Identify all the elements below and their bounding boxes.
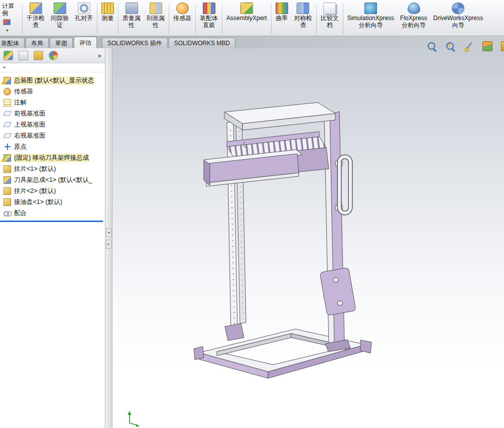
ribbon-button-label: 装配体 — [200, 15, 218, 22]
tree-item-right-plane[interactable]: 右视基准面 — [1, 130, 105, 141]
tree-item-label: 原点 — [14, 143, 27, 151]
zoom-fit-icon[interactable] — [427, 41, 437, 51]
filter-dropdown-icon[interactable]: ▼ — [3, 66, 6, 69]
graphics-viewport[interactable] — [112, 48, 504, 428]
clearance-verify-icon — [54, 3, 66, 14]
ribbon-button-label: 比较文 — [321, 15, 339, 22]
part-icon — [4, 187, 11, 195]
driveworksxpress-icon — [452, 3, 464, 14]
ribbon-button-clearance-verify[interactable]: 间隙验证 — [48, 1, 72, 36]
zoom-area-icon[interactable] — [445, 41, 455, 51]
ribbon-button-label: 向导 — [452, 22, 464, 29]
origin-arrow-up — [128, 411, 132, 415]
weldment-icon — [4, 154, 11, 162]
ribbon-toolbar: 计算 例 ▼ 干涉检查间隙验证孔对齐测量质量属性剖面属性传感器装配体直观Asse… — [0, 0, 504, 36]
plane-icon — [3, 111, 12, 116]
ribbon-button-measure[interactable]: 测量 — [98, 1, 117, 36]
ribbon-button-assemblyxpert[interactable]: AssemblyXpert — [223, 1, 270, 36]
ribbon-button-label: 剖面属 — [147, 15, 165, 22]
ribbon-button-label: 性 — [129, 22, 135, 29]
collapse-panel-button[interactable]: ◄ — [106, 228, 111, 237]
ribbon-button-design-study[interactable]: 计算 例 ▼ — [0, 1, 21, 36]
tree-item-weldment-assembly[interactable]: (固定) 移动刀具架焊接总成 — [1, 152, 105, 163]
dropdown-arrow-icon: ▼ — [6, 27, 9, 34]
ribbon-button-interference-check[interactable]: 干涉检查 — [24, 1, 48, 36]
feature-tree: 总装图 (默认<默认_显示状态传感器注解前视基准面上视基准面右视基准面原点(固定… — [0, 72, 105, 219]
viewport-origin-triad — [130, 413, 138, 425]
mass-properties-icon — [125, 3, 138, 14]
tab-layout[interactable]: 布局 — [26, 38, 49, 48]
ribbon-button-symmetry-check[interactable]: 对称检查 — [291, 1, 315, 36]
expand-panel-button[interactable]: ► — [106, 240, 111, 249]
assemblyxpert-icon — [240, 3, 253, 14]
handle-outline — [339, 157, 350, 213]
tree-item-label: 右视基准面 — [14, 132, 46, 140]
panel-overflow-chevron[interactable]: » — [98, 52, 101, 59]
tree-item-top-plane[interactable]: 上视基准面 — [1, 119, 105, 130]
tree-item-annotations-folder[interactable]: 注解 — [1, 97, 105, 108]
plane-icon — [3, 122, 12, 127]
tree-item-label: 上视基准面 — [14, 121, 46, 129]
model-tool-rack — [112, 48, 504, 428]
tree-item-hanger-plate-2[interactable]: 挂片<2> (默认) — [1, 185, 105, 196]
ribbon-button-label: 分析向导 — [358, 22, 383, 29]
ribbon-button-label: 计算 — [2, 3, 14, 10]
tree-filter-row[interactable]: ▼ — [0, 63, 105, 72]
tree-item-hanger-plate-1[interactable]: 挂片<1> (默认) — [1, 163, 105, 174]
ribbon-button-mass-properties[interactable]: 质量属性 — [119, 1, 144, 36]
simulationxpress-icon — [364, 3, 377, 14]
curvature-icon — [276, 3, 288, 14]
tree-item-label: (固定) 移动刀具架焊接总成 — [14, 154, 89, 162]
partial-edge-icon[interactable] — [501, 41, 504, 51]
tree-item-mates[interactable]: 配合 — [1, 207, 105, 219]
ribbon-button-floxpress[interactable]: FloXpress分析向导 — [397, 1, 430, 36]
warning-icon — [1, 158, 5, 162]
view-filter-icon[interactable] — [464, 41, 474, 51]
tab-sketch[interactable]: 草图 — [50, 38, 73, 48]
mates-icon — [4, 209, 11, 217]
origin-arrow-right — [136, 424, 140, 427]
tree-item-front-plane[interactable]: 前视基准面 — [1, 108, 105, 119]
ribbon-button-simulationxpress[interactable]: SimulationXpress分析向导 — [344, 1, 397, 36]
tree-item-label: 刀具架总成<1> (默认<默认_ — [14, 176, 92, 184]
compare-docs-icon — [323, 3, 336, 14]
part-icon — [4, 165, 11, 173]
ribbon-separator — [343, 3, 343, 34]
feature-manager-tab-icon[interactable] — [4, 51, 13, 60]
tab-evaluate[interactable]: 评估 — [74, 37, 97, 48]
ribbon-button-label: 档 — [327, 22, 333, 29]
ribbon-buttons: 干涉检查间隙验证孔对齐测量质量属性剖面属性传感器装配体直观AssemblyXpe… — [24, 1, 486, 36]
display-style-icon[interactable] — [482, 41, 492, 51]
symmetry-check-icon — [297, 3, 309, 14]
ribbon-button-sensor[interactable]: 传感器 — [170, 1, 194, 36]
tab-assembly[interactable]: 装配体 — [0, 38, 25, 48]
assembly-visualization-icon — [203, 3, 215, 14]
ribbon-button-hole-alignment[interactable]: 孔对齐 — [72, 1, 96, 36]
tree-item-tool-rack-assembly[interactable]: 刀具架总成<1> (默认<默认_ — [1, 174, 105, 185]
annotations-icon — [4, 99, 11, 106]
ribbon-button-driveworksxpress[interactable]: DriveWorksXpress向导 — [430, 1, 486, 36]
tree-item-label: 挂片<1> (默认) — [14, 165, 56, 173]
display-manager-tab-icon[interactable] — [49, 51, 58, 60]
tab-solidworks-mbd[interactable]: SOLIDWORKS MBD — [169, 38, 235, 48]
ribbon-button-compare-docs[interactable]: 比较文档 — [318, 1, 342, 36]
configuration-manager-tab-icon[interactable] — [34, 51, 43, 60]
ribbon-separator — [195, 3, 196, 34]
ribbon-button-curvature[interactable]: 曲率 — [273, 1, 291, 36]
ribbon-button-label: 间隙验 — [51, 15, 69, 22]
model-geometry — [194, 102, 371, 378]
ribbon-button-section-properties[interactable]: 剖面属性 — [144, 1, 168, 36]
tree-item-root-assembly[interactable]: 总装图 (默认<默认_显示状态 — [1, 75, 105, 86]
ribbon-button-label: 对称检 — [294, 15, 312, 22]
tree-item-label: 配合 — [14, 209, 27, 218]
origin-icon — [4, 143, 11, 151]
base-foot-right — [360, 340, 371, 353]
ribbon-button-assembly-visualization[interactable]: 装配体直观 — [197, 1, 221, 36]
panel-splitter[interactable]: ◄ ► — [105, 48, 112, 428]
tree-item-oil-pan[interactable]: 接油盘<1> (默认) — [1, 196, 105, 207]
tree-item-origin[interactable]: 原点 — [1, 141, 105, 152]
tree-item-sensors-folder[interactable]: 传感器 — [1, 86, 105, 97]
tab-solidworks-addins[interactable]: SOLIDWORKS 插件 — [102, 38, 168, 48]
property-manager-tab-icon[interactable] — [19, 51, 28, 60]
ribbon-separator — [316, 3, 317, 34]
